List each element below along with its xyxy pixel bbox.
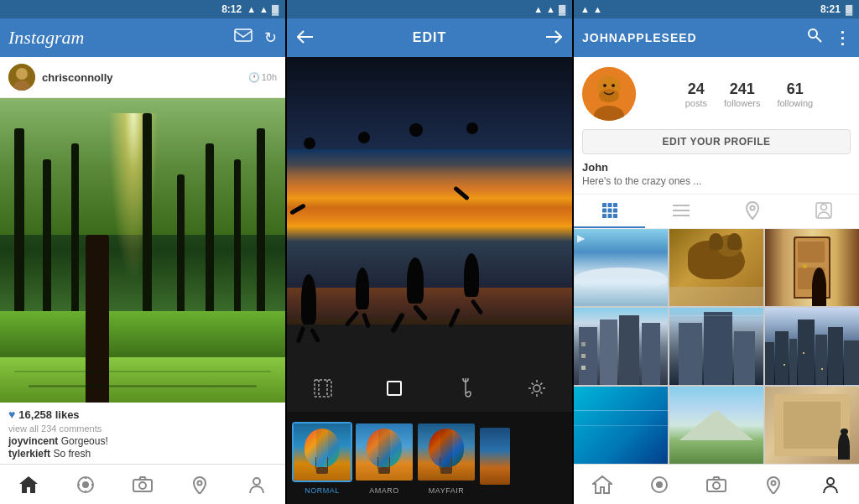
- inbox-icon[interactable]: [234, 29, 252, 48]
- grid-cell-4[interactable]: [574, 308, 668, 385]
- nav-profile-3[interactable]: [802, 465, 859, 504]
- nav-camera-3[interactable]: [688, 465, 745, 504]
- wifi-icon-2: ▲: [534, 4, 543, 14]
- filter-mayfair[interactable]: MAYFAIR: [416, 422, 476, 495]
- status-bar-3: ▲ ▲ 8:21 ▓: [574, 0, 859, 18]
- nav-profile[interactable]: [228, 465, 285, 504]
- followers-label: followers: [724, 98, 760, 108]
- frame-tool[interactable]: [305, 370, 341, 407]
- tree-1: [14, 128, 24, 326]
- grid-cell-8[interactable]: [669, 387, 763, 464]
- grid-cell-9[interactable]: [765, 387, 859, 464]
- nav-explore-3[interactable]: [631, 465, 688, 504]
- svg-point-12: [198, 481, 202, 485]
- profile-avatar[interactable]: [582, 67, 636, 121]
- filter-amaro-label: AMARO: [369, 486, 399, 495]
- svg-rect-38: [613, 203, 617, 207]
- svg-rect-36: [602, 203, 607, 207]
- svg-line-24: [531, 383, 533, 385]
- nav-activity-3[interactable]: [745, 465, 802, 504]
- edit-title: EDIT: [314, 30, 545, 45]
- post-time: 🕐 10h: [248, 72, 277, 83]
- refresh-icon[interactable]: ↻: [264, 29, 277, 48]
- balloon-amaro-shape: [367, 429, 402, 467]
- edit-header: EDIT: [287, 18, 572, 57]
- filter-strip: NORMAL AMARO: [287, 412, 572, 504]
- filter-amaro[interactable]: AMARO: [354, 422, 414, 495]
- svg-line-29: [816, 37, 821, 42]
- avatar[interactable]: [8, 64, 35, 91]
- filter-normal[interactable]: NORMAL: [292, 422, 352, 495]
- signal-icon: ▲: [259, 4, 268, 14]
- tree-7: [234, 159, 241, 327]
- tree-5: [177, 174, 185, 327]
- profile-stats: 24 posts 241 followers 61 following: [648, 81, 851, 108]
- svg-point-35: [612, 84, 615, 87]
- basket-normal: [316, 467, 328, 474]
- grid-cell-5[interactable]: [669, 308, 763, 385]
- search-icon[interactable]: [807, 28, 822, 48]
- filter-mayfair-thumb[interactable]: [416, 422, 476, 482]
- comment-2-text: So fresh: [53, 448, 91, 460]
- grid-cell-2[interactable]: [669, 229, 763, 306]
- back-button[interactable]: [297, 29, 314, 48]
- svg-point-11: [139, 482, 146, 489]
- commenter-1-name[interactable]: joyvincent: [8, 435, 58, 447]
- edit-profile-button[interactable]: EDIT YOUR PROFILE: [582, 129, 851, 154]
- svg-rect-44: [613, 214, 617, 218]
- tab-grid[interactable]: [574, 195, 645, 228]
- battery-icon-3: ▓: [846, 4, 852, 14]
- video-icon-overlay: ▶: [577, 232, 585, 244]
- silhouette-1-body: [301, 274, 316, 325]
- nav-explore[interactable]: [57, 465, 114, 504]
- svg-point-55: [772, 481, 776, 485]
- horizon-glow: [287, 164, 572, 226]
- svg-point-28: [809, 29, 817, 38]
- grid-cell-6[interactable]: [765, 308, 859, 385]
- nav-home-3[interactable]: [574, 465, 631, 504]
- comments-link[interactable]: view all 234 comments: [8, 423, 277, 434]
- post-username[interactable]: chrisconnolly: [42, 71, 248, 84]
- crop-tool[interactable]: [376, 370, 413, 407]
- forward-button[interactable]: [545, 29, 562, 48]
- nav-activity[interactable]: [171, 465, 228, 504]
- svg-rect-39: [602, 209, 607, 213]
- tab-tagged-location[interactable]: [716, 195, 788, 228]
- svg-rect-41: [613, 209, 617, 213]
- filter-4-partial[interactable]: [478, 426, 512, 491]
- grid-cell-1[interactable]: ▶: [574, 229, 668, 306]
- posts-label: posts: [685, 98, 707, 108]
- tilt-tool[interactable]: [447, 370, 484, 407]
- profile-username-title: JOHNAPPLESEED: [582, 31, 807, 44]
- svg-rect-37: [607, 203, 612, 207]
- filter-4-thumb[interactable]: [478, 426, 512, 486]
- rope-amaro-2: [389, 457, 390, 469]
- grid-cell-3[interactable]: [765, 229, 859, 306]
- filter-mayfair-label: MAYFAIR: [429, 486, 464, 495]
- tab-list[interactable]: [645, 195, 716, 228]
- post-footer: ♥ 16,258 likes view all 234 comments joy…: [0, 403, 285, 464]
- grid-cell-7[interactable]: [574, 387, 668, 464]
- status-time-1: 8:12: [221, 3, 242, 15]
- nav-home[interactable]: [0, 465, 57, 504]
- heart-icon[interactable]: ♥: [8, 408, 15, 421]
- filter-amaro-thumb[interactable]: [354, 422, 414, 482]
- post-photo[interactable]: [0, 98, 285, 403]
- bottom-nav-1: [0, 464, 285, 504]
- rope1: [315, 457, 316, 469]
- nav-camera[interactable]: [114, 465, 171, 504]
- tab-tagged-people[interactable]: [788, 195, 859, 228]
- commenter-2-name[interactable]: tylerkieft: [8, 448, 50, 460]
- water-reflection: [287, 288, 572, 325]
- sky-top: [287, 57, 572, 149]
- filter-normal-thumb[interactable]: [292, 422, 352, 482]
- silhouette-3-body: [407, 257, 424, 304]
- svg-point-2: [16, 68, 28, 80]
- comment-2: tylerkieft So fresh: [8, 448, 277, 460]
- profile-header-icons: ⋮: [807, 28, 851, 48]
- svg-line-27: [540, 383, 542, 385]
- brightness-tool[interactable]: [518, 370, 555, 407]
- more-icon[interactable]: ⋮: [834, 28, 851, 48]
- feed-header: Instagram ↻: [0, 18, 285, 57]
- status-icons-1: ▲ ▲ ▓: [247, 4, 279, 14]
